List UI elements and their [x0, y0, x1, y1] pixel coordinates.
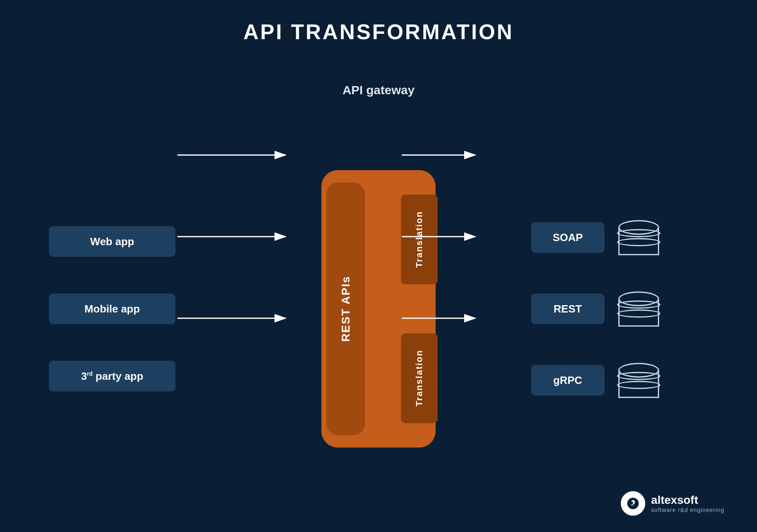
db-mid1-rest: [617, 301, 660, 309]
party-app-label: 3rd party app: [81, 370, 144, 382]
diagram-container: API TRANSFORMATION API gateway Web app M…: [0, 0, 757, 532]
service-soap: SOAP: [531, 222, 604, 253]
translation-bottom: Translation: [401, 333, 438, 423]
service-rest: REST: [531, 294, 604, 324]
client-web-app: Web app: [49, 226, 175, 257]
db-mid1-grpc: [617, 372, 660, 380]
db-soap: [618, 220, 659, 255]
altexsoft-icon: [626, 496, 640, 511]
api-gateway-block: REST APIs Translation Translation: [321, 170, 436, 448]
logo-area: altexsoft software r&d engineering: [621, 491, 724, 516]
service-row-soap: SOAP: [531, 220, 659, 255]
logo-text: altexsoft software r&d engineering: [651, 494, 724, 513]
main-title: API TRANSFORMATION: [243, 20, 514, 44]
service-row-rest: REST: [531, 292, 659, 326]
service-grpc: gRPC: [531, 365, 604, 396]
logo-name: altexsoft: [651, 494, 724, 507]
db-grpc: [618, 363, 659, 398]
db-mid2-grpc: [617, 381, 660, 389]
db-mid2-rest: [617, 310, 660, 318]
db-rest: [618, 292, 659, 326]
client-mobile-app: Mobile app: [49, 294, 175, 324]
diagram-body: Web app Mobile app 3rd party app REST AP…: [0, 86, 757, 532]
right-services: SOAP REST gRPC: [531, 220, 659, 398]
rest-apis-label: REST APIs: [326, 182, 365, 435]
logo-icon: [621, 491, 645, 516]
logo-tagline: software r&d engineering: [651, 507, 724, 513]
db-mid2-soap: [617, 238, 660, 246]
db-mid1-soap: [617, 229, 660, 237]
translation-top: Translation: [401, 195, 438, 284]
service-row-grpc: gRPC: [531, 363, 659, 398]
left-clients: Web app Mobile app 3rd party app: [49, 226, 175, 392]
client-party-app: 3rd party app: [49, 361, 175, 392]
